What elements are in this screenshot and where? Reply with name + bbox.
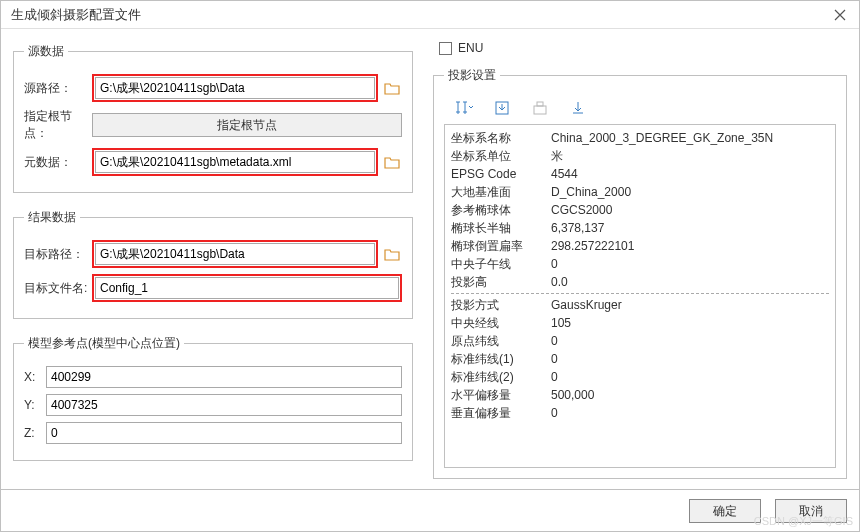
ok-button[interactable]: 确定	[689, 499, 761, 523]
projection-key: 垂直偏移量	[451, 404, 551, 422]
projection-row: 水平偏移量500,000	[451, 386, 829, 404]
target-file-row: 目标文件名:	[24, 274, 402, 302]
projection-row: 参考椭球体CGCS2000	[451, 201, 829, 219]
projection-value: 298.257222101	[551, 237, 829, 255]
modelref-z-input[interactable]	[46, 422, 402, 444]
result-group: 结果数据 目标路径： 目标文件名:	[13, 209, 413, 319]
source-group: 源数据 源路径： 指定根节点： 指定根节点	[13, 43, 413, 193]
save-coord-icon[interactable]	[568, 98, 588, 118]
projection-key: 中央子午线	[451, 255, 551, 273]
svg-rect-1	[534, 106, 546, 114]
modelref-group: 模型参考点(模型中心点位置) X: Y: Z:	[13, 335, 413, 461]
root-node-row: 指定根节点： 指定根节点	[24, 108, 402, 142]
target-path-row: 目标路径：	[24, 240, 402, 268]
modelref-x-label: X:	[24, 370, 46, 384]
projection-row: 标准纬线(1)0	[451, 350, 829, 368]
projection-row: 坐标系名称China_2000_3_DEGREE_GK_Zone_35N	[451, 129, 829, 147]
target-file-label: 目标文件名:	[24, 280, 92, 297]
projection-value: 4544	[551, 165, 829, 183]
source-path-row: 源路径：	[24, 74, 402, 102]
specify-root-button[interactable]: 指定根节点	[92, 113, 402, 137]
svg-rect-2	[537, 102, 543, 106]
projection-value: China_2000_3_DEGREE_GK_Zone_35N	[551, 129, 829, 147]
projection-key: 标准纬线(1)	[451, 350, 551, 368]
projection-value: 米	[551, 147, 829, 165]
enu-row: ENU	[433, 37, 847, 61]
window-title: 生成倾斜摄影配置文件	[11, 6, 141, 24]
projection-key: 水平偏移量	[451, 386, 551, 404]
projection-value: GaussKruger	[551, 296, 829, 314]
projection-key: 中央经线	[451, 314, 551, 332]
projection-value: 0.0	[551, 273, 829, 291]
left-column: 源数据 源路径： 指定根节点： 指定根节点	[13, 37, 413, 489]
folder-icon[interactable]	[382, 244, 402, 264]
projection-key: 坐标系名称	[451, 129, 551, 147]
projection-value: D_China_2000	[551, 183, 829, 201]
projection-row: 坐标系单位米	[451, 147, 829, 165]
projection-group: 投影设置 坐标系名称China_2000_3_	[433, 67, 847, 479]
source-path-input[interactable]	[95, 77, 375, 99]
dialog-footer: 确定 取消	[1, 489, 859, 531]
export-coord-icon[interactable]	[530, 98, 550, 118]
modelref-y-label: Y:	[24, 398, 46, 412]
right-column: ENU 投影设置	[413, 37, 847, 489]
projection-row: 大地基准面D_China_2000	[451, 183, 829, 201]
projection-row: 投影高0.0	[451, 273, 829, 291]
dialog-window: 生成倾斜摄影配置文件 源数据 源路径：	[0, 0, 860, 532]
projection-value: 0	[551, 332, 829, 350]
modelref-x-input[interactable]	[46, 366, 402, 388]
projection-key: 参考椭球体	[451, 201, 551, 219]
folder-icon[interactable]	[382, 152, 402, 172]
projection-value: 105	[551, 314, 829, 332]
projection-table: 坐标系名称China_2000_3_DEGREE_GK_Zone_35N坐标系单…	[444, 124, 836, 468]
projection-row: 中央子午线0	[451, 255, 829, 273]
projection-row: 椭球长半轴6,378,137	[451, 219, 829, 237]
enu-label: ENU	[458, 41, 483, 55]
projection-key: 标准纬线(2)	[451, 368, 551, 386]
cancel-button[interactable]: 取消	[775, 499, 847, 523]
coord-dropdown-icon[interactable]	[454, 98, 474, 118]
projection-key: 坐标系单位	[451, 147, 551, 165]
modelref-y-input[interactable]	[46, 394, 402, 416]
projection-key: 大地基准面	[451, 183, 551, 201]
modelref-x-row: X:	[24, 366, 402, 388]
projection-key: 原点纬线	[451, 332, 551, 350]
projection-row: 投影方式GaussKruger	[451, 296, 829, 314]
modelref-z-row: Z:	[24, 422, 402, 444]
projection-value: 0	[551, 255, 829, 273]
projection-separator	[451, 293, 829, 294]
projection-key: 椭球倒置扁率	[451, 237, 551, 255]
target-path-label: 目标路径：	[24, 246, 92, 263]
projection-row: 垂直偏移量0	[451, 404, 829, 422]
modelref-legend: 模型参考点(模型中心点位置)	[24, 335, 184, 352]
projection-value: 0	[551, 368, 829, 386]
result-legend: 结果数据	[24, 209, 80, 226]
projection-row: 标准纬线(2)0	[451, 368, 829, 386]
close-icon[interactable]	[831, 6, 849, 24]
source-legend: 源数据	[24, 43, 68, 60]
title-bar: 生成倾斜摄影配置文件	[1, 1, 859, 29]
metadata-input[interactable]	[95, 151, 375, 173]
enu-checkbox[interactable]	[439, 42, 452, 55]
projection-key: 投影方式	[451, 296, 551, 314]
projection-value: 0	[551, 350, 829, 368]
folder-icon[interactable]	[382, 78, 402, 98]
root-node-label: 指定根节点：	[24, 108, 92, 142]
projection-row: 椭球倒置扁率298.257222101	[451, 237, 829, 255]
projection-value: 500,000	[551, 386, 829, 404]
projection-key: 椭球长半轴	[451, 219, 551, 237]
metadata-label: 元数据：	[24, 154, 92, 171]
projection-row: 中央经线105	[451, 314, 829, 332]
projection-value: 6,378,137	[551, 219, 829, 237]
target-path-input[interactable]	[95, 243, 375, 265]
import-coord-icon[interactable]	[492, 98, 512, 118]
projection-row: EPSG Code4544	[451, 165, 829, 183]
projection-key: EPSG Code	[451, 165, 551, 183]
projection-toolbar	[444, 92, 836, 124]
projection-key: 投影高	[451, 273, 551, 291]
target-file-input[interactable]	[95, 277, 399, 299]
content-area: 源数据 源路径： 指定根节点： 指定根节点	[1, 29, 859, 489]
projection-legend: 投影设置	[444, 67, 500, 84]
metadata-row: 元数据：	[24, 148, 402, 176]
projection-value: 0	[551, 404, 829, 422]
